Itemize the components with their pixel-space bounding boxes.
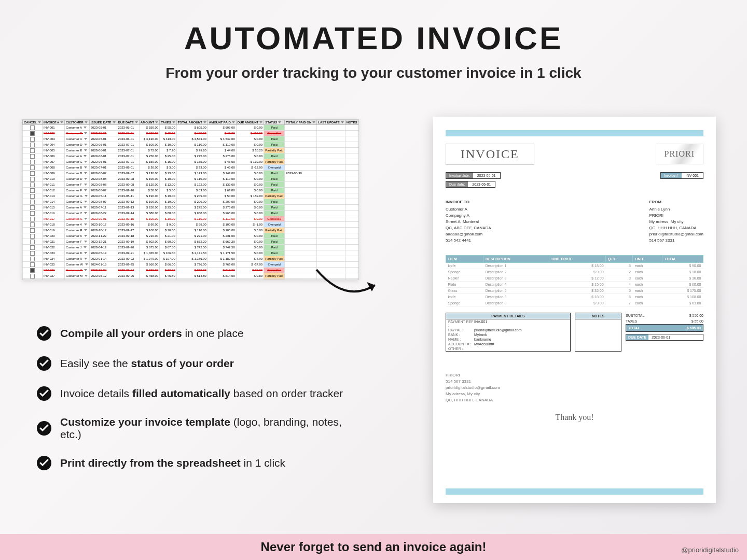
filter-icon[interactable] xyxy=(85,121,88,123)
table-row[interactable]: INV-025Customer W 2024-01-162023-09-25$ … xyxy=(23,262,359,268)
column-header[interactable]: AMOUNT xyxy=(139,120,159,125)
dropdown-icon[interactable] xyxy=(84,161,87,163)
cancel-checkbox[interactable] xyxy=(30,228,35,233)
cancel-checkbox[interactable] xyxy=(30,194,35,199)
column-header[interactable]: LAST UPDATE xyxy=(317,120,345,125)
dropdown-icon[interactable] xyxy=(84,223,87,226)
dropdown-icon[interactable] xyxy=(85,263,88,265)
cancel-checkbox[interactable] xyxy=(30,217,35,221)
table-row[interactable]: INV-017Customer K 2023-09-012023-09-15$ … xyxy=(23,216,359,222)
table-row[interactable]: INV-016Customer C 2023-08-222023-09-14$ … xyxy=(23,211,359,216)
table-row[interactable]: INV-021Customer F 2023-12-212023-09-19$ … xyxy=(23,239,359,245)
filter-icon[interactable] xyxy=(135,121,138,123)
cancel-checkbox[interactable] xyxy=(30,200,35,204)
dropdown-icon[interactable] xyxy=(84,127,87,129)
dropdown-icon[interactable] xyxy=(84,132,87,134)
cancel-checkbox[interactable] xyxy=(30,165,35,170)
filter-icon[interactable] xyxy=(358,121,359,123)
cancel-checkbox[interactable] xyxy=(30,148,35,153)
table-row[interactable]: INV-005Customer E 2023-06-012023-07-01$ … xyxy=(23,148,359,153)
cancel-checkbox[interactable] xyxy=(30,240,35,244)
table-row[interactable]: INV-003Customer C 2023-05-012023-06-01$ … xyxy=(23,136,359,142)
dropdown-icon[interactable] xyxy=(84,178,87,180)
table-row[interactable]: INV-022Customer J 2023-04-122023-09-20$ … xyxy=(23,245,359,250)
table-row[interactable]: INV-024Customer R 2023-01-142023-09-22$ … xyxy=(23,256,359,262)
table-row[interactable]: INV-006Customer A 2023-06-012023-07-01$ … xyxy=(23,153,359,159)
dropdown-icon[interactable] xyxy=(84,149,87,151)
dropdown-icon[interactable] xyxy=(84,172,87,174)
table-row[interactable]: INV-027Customer M 2023-05-122023-09-25$ … xyxy=(23,273,359,279)
table-row[interactable]: INV-023Customer D 2023-05-132023-09-21$ … xyxy=(23,250,359,256)
filter-icon[interactable] xyxy=(278,121,281,123)
table-row[interactable]: INV-001Customer A 2023-05-012023-06-01$ … xyxy=(23,125,359,131)
filter-icon[interactable] xyxy=(259,121,262,123)
column-header[interactable]: STATUS xyxy=(264,120,285,125)
table-row[interactable]: INV-014Customer C 2023-08-072023-09-12$ … xyxy=(23,199,359,205)
dropdown-icon[interactable] xyxy=(84,184,87,186)
dropdown-icon[interactable] xyxy=(84,155,87,157)
dropdown-icon[interactable] xyxy=(84,218,87,220)
column-header[interactable]: INVOICE # xyxy=(43,120,65,125)
filter-icon[interactable] xyxy=(60,121,63,123)
table-row[interactable]: INV-013Customer G 2023-05-112023-05-11$ … xyxy=(23,193,359,199)
column-header[interactable]: ISSUED DATE xyxy=(89,120,117,125)
table-row[interactable]: INV-026Customer Z 2023-05-042023-09-04$ … xyxy=(23,268,359,273)
column-header[interactable]: NOTES xyxy=(345,120,359,125)
cancel-checkbox[interactable] xyxy=(30,177,35,181)
cancel-checkbox[interactable] xyxy=(30,160,35,164)
cancel-checkbox[interactable] xyxy=(30,251,35,256)
table-row[interactable]: INV-002Customer B 2023-05-012023-06-01$ … xyxy=(23,131,359,136)
cancel-checkbox[interactable] xyxy=(30,274,35,278)
table-row[interactable]: INV-009Customer B 2023-08-072023-09-07$ … xyxy=(23,171,359,176)
cancel-checkbox[interactable] xyxy=(30,257,35,261)
cancel-checkbox[interactable] xyxy=(30,171,35,176)
filter-icon[interactable] xyxy=(172,121,175,123)
table-row[interactable]: INV-019Customer R 2023-10-172023-09-17$ … xyxy=(23,228,359,233)
dropdown-icon[interactable] xyxy=(84,241,87,243)
filter-icon[interactable] xyxy=(341,121,344,123)
dropdown-icon[interactable] xyxy=(84,252,87,254)
dropdown-icon[interactable] xyxy=(84,166,87,169)
dropdown-icon[interactable] xyxy=(85,275,88,277)
column-header[interactable]: CUSTOMER xyxy=(64,120,89,125)
cancel-checkbox[interactable] xyxy=(30,183,35,187)
cancel-checkbox[interactable] xyxy=(30,245,35,250)
column-header[interactable]: AMOUNT PAID xyxy=(208,120,236,125)
cancel-checkbox[interactable] xyxy=(30,222,35,227)
dropdown-icon[interactable] xyxy=(84,144,87,146)
cancel-checkbox[interactable] xyxy=(30,137,35,142)
dropdown-icon[interactable] xyxy=(84,201,87,203)
table-row[interactable]: INV-008Customer B 2023-07-012023-08-01$ … xyxy=(23,165,359,171)
table-row[interactable]: INV-010Customer D 2023-08-082023-09-08$ … xyxy=(23,176,359,182)
column-header[interactable]: TOTAL AMOUNT xyxy=(176,120,208,125)
cancel-checkbox[interactable] xyxy=(30,143,35,147)
cancel-checkbox[interactable] xyxy=(30,205,35,210)
cancel-checkbox[interactable] xyxy=(30,211,35,216)
column-header[interactable]: TAXES xyxy=(160,120,177,125)
table-row[interactable]: INV-012Customer F 2023-08-072023-09-10$ … xyxy=(23,188,359,193)
dropdown-icon[interactable] xyxy=(84,269,87,271)
dropdown-icon[interactable] xyxy=(85,195,88,197)
filter-icon[interactable] xyxy=(232,121,235,123)
cancel-checkbox[interactable] xyxy=(30,262,35,267)
dropdown-icon[interactable] xyxy=(84,206,87,208)
filter-icon[interactable] xyxy=(312,121,315,123)
cancel-checkbox[interactable] xyxy=(30,188,35,193)
filter-icon[interactable] xyxy=(155,121,158,123)
dropdown-icon[interactable] xyxy=(84,212,87,214)
filter-icon[interactable] xyxy=(113,121,116,123)
filter-icon[interactable] xyxy=(38,121,41,123)
dropdown-icon[interactable] xyxy=(84,138,87,140)
table-row[interactable]: INV-020Customer K 2023-11-222023-09-18$ … xyxy=(23,233,359,239)
dropdown-icon[interactable] xyxy=(84,246,87,248)
dropdown-icon[interactable] xyxy=(84,258,87,260)
table-row[interactable]: INV-007Customer C 2023-06-012023-07-01$ … xyxy=(23,159,359,165)
table-row[interactable]: INV-011Customer F 2023-08-082023-09-08$ … xyxy=(23,182,359,188)
column-header[interactable]: CANCEL xyxy=(23,120,43,125)
table-row[interactable]: INV-028Customer T 2023-09-082023-09-26$ … xyxy=(23,279,359,281)
cancel-checkbox[interactable] xyxy=(30,154,35,159)
table-row[interactable]: INV-018Customer V 2023-10-172023-09-16$ … xyxy=(23,222,359,228)
table-row[interactable]: INV-004Customer D 2023-06-012023-07-01$ … xyxy=(23,142,359,148)
cancel-checkbox[interactable] xyxy=(30,279,35,281)
dropdown-icon[interactable] xyxy=(84,229,87,231)
